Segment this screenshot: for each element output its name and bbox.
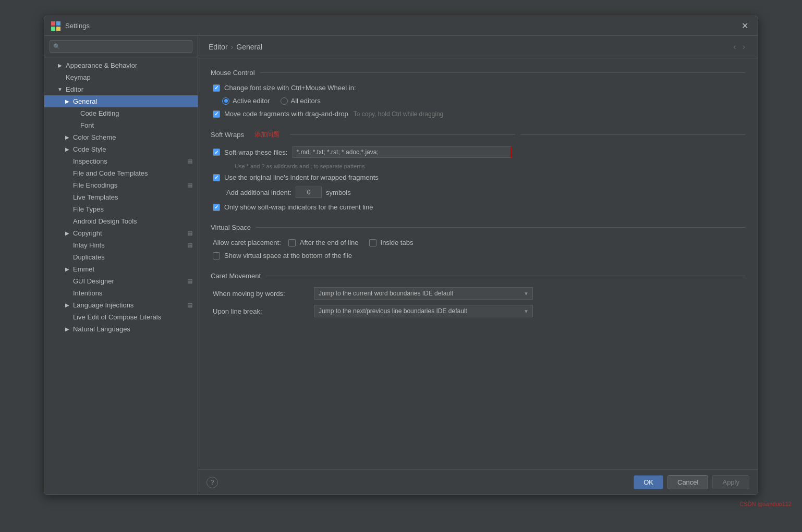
show-virtual-row: Show virtual space at the bottom of the … <box>211 252 745 259</box>
change-font-row: Change font size with Ctrl+Mouse Wheel i… <box>211 84 745 92</box>
sidebar-label: Emmet <box>73 265 94 273</box>
close-button[interactable]: ✕ <box>738 20 751 32</box>
move-code-checkbox[interactable] <box>213 110 220 118</box>
red-badge: 添加问题 <box>254 130 280 139</box>
indent-input-wrap <box>296 187 322 198</box>
footer-bar: ? OK Cancel Apply <box>198 469 758 494</box>
change-font-checkbox[interactable] <box>213 84 220 92</box>
sidebar-item-gui-designer[interactable]: GUI Designer ▤ <box>44 275 198 287</box>
svg-rect-0 <box>51 21 55 26</box>
radio-active-label: Active editor <box>233 97 270 105</box>
footer-right: OK Cancel Apply <box>634 475 749 489</box>
sidebar-item-language-injections[interactable]: ▶ Language Injections ▤ <box>44 299 198 311</box>
sidebar-item-live-edit[interactable]: Live Edit of Compose Literals <box>44 311 198 323</box>
sidebar-item-intentions[interactable]: Intentions <box>44 287 198 299</box>
sidebar-label: Intentions <box>73 289 102 297</box>
sidebar-item-code-editing[interactable]: Code Editing <box>44 107 198 119</box>
sidebar-item-copyright[interactable]: ▶ Copyright ▤ <box>44 227 198 239</box>
sidebar-label: Copyright <box>73 229 102 237</box>
radio-all-editors[interactable]: All editors <box>281 97 321 105</box>
settings-icon: ▤ <box>187 230 192 237</box>
radio-all-icon <box>281 97 288 105</box>
soft-wraps-section: Soft Wraps添加问题 Soft-wrap these files: Us… <box>211 130 745 211</box>
sidebar-label: File Encodings <box>73 181 117 189</box>
sidebar-item-editor[interactable]: ▼ Editor <box>44 83 198 95</box>
watermark: CSDN @sanduo112 <box>739 501 792 507</box>
inside-tabs-checkbox[interactable] <box>369 239 376 246</box>
sidebar-label: Android Design Tools <box>73 217 137 225</box>
sidebar-item-duplicates[interactable]: Duplicates <box>44 251 198 263</box>
upon-line-select-wrapper: Jump to the next/previous line boundarie… <box>314 305 533 317</box>
forward-arrow[interactable]: › <box>740 41 747 53</box>
sidebar-label: Inlay Hints <box>73 241 105 249</box>
footer-left: ? <box>206 477 218 488</box>
apply-button[interactable]: Apply <box>712 475 749 489</box>
soft-wrap-row: Soft-wrap these files: <box>211 146 745 158</box>
search-input[interactable] <box>50 40 192 53</box>
show-virtual-label: Show virtual space at the bottom of the … <box>224 252 352 259</box>
indent-input[interactable] <box>296 187 322 198</box>
show-virtual-checkbox[interactable] <box>213 252 220 259</box>
sidebar-item-color-scheme[interactable]: ▶ Color Scheme <box>44 131 198 143</box>
when-moving-select[interactable]: Jump to the current word boundaries IDE … <box>314 287 533 300</box>
sidebar-label: Inspections <box>73 157 107 165</box>
sidebar-item-live-templates[interactable]: Live Templates <box>44 191 198 203</box>
search-box <box>44 36 198 57</box>
settings-icon: ▤ <box>187 158 192 165</box>
sidebar-item-general[interactable]: ▶ General <box>44 95 198 107</box>
mouse-control-title: Mouse Control <box>211 69 745 77</box>
virtual-space-title: Virtual Space <box>211 224 745 231</box>
sidebar-item-keymap[interactable]: Keymap <box>44 71 198 83</box>
soft-wrap-checkbox[interactable] <box>213 149 220 156</box>
use-indent-row: Use the original line's indent for wrapp… <box>211 174 745 181</box>
allow-caret-label: Allow caret placement: <box>213 239 281 246</box>
search-wrapper <box>50 40 192 53</box>
sidebar-item-inlay-hints[interactable]: Inlay Hints ▤ <box>44 239 198 251</box>
svg-rect-1 <box>56 21 60 26</box>
radio-active-editor[interactable]: Active editor <box>222 97 270 105</box>
ok-button[interactable]: OK <box>634 475 663 489</box>
sidebar-item-android-design[interactable]: Android Design Tools <box>44 215 198 227</box>
chevron-icon: ▶ <box>64 326 70 332</box>
nav-arrows: ‹ › <box>731 41 747 53</box>
chevron-icon: ▶ <box>64 98 70 104</box>
soft-wrap-hint: Use * and ? as wildcards and ; to separa… <box>235 163 745 169</box>
sidebar-label: Color Scheme <box>73 133 116 141</box>
help-button[interactable]: ? <box>206 477 218 488</box>
breadcrumb-parent: Editor <box>209 43 228 51</box>
use-indent-checkbox[interactable] <box>213 174 220 181</box>
soft-wrap-input[interactable] <box>293 146 512 158</box>
sidebar-label: Live Edit of Compose Literals <box>73 313 161 321</box>
sidebar-item-code-style[interactable]: ▶ Code Style <box>44 143 198 155</box>
settings-window: Settings ✕ ▶ Appearance & Behavior Keyma… <box>44 16 758 495</box>
after-end-checkbox[interactable] <box>288 239 296 246</box>
radio-group: Active editor All editors <box>222 97 745 105</box>
sidebar-item-natural-languages[interactable]: ▶ Natural Languages <box>44 323 198 335</box>
sidebar-item-emmet[interactable]: ▶ Emmet <box>44 263 198 275</box>
sidebar-item-file-templates[interactable]: File and Code Templates <box>44 167 198 179</box>
sidebar-item-file-encodings[interactable]: File Encodings ▤ <box>44 179 198 191</box>
chevron-icon: ▶ <box>64 134 70 140</box>
cancel-button[interactable]: Cancel <box>667 475 708 489</box>
sidebar-item-inspections[interactable]: Inspections ▤ <box>44 155 198 167</box>
sidebar-item-font[interactable]: Font <box>44 119 198 131</box>
caret-movement-title: Caret Movement <box>211 272 745 280</box>
chevron-icon: ▶ <box>64 230 70 236</box>
chevron-icon: ▼ <box>57 86 63 92</box>
upon-line-row: Upon line break: Jump to the next/previo… <box>211 305 745 317</box>
soft-wrap-input-wrapper <box>293 146 512 158</box>
sidebar-label: Keymap <box>66 73 91 81</box>
only-show-checkbox[interactable] <box>213 204 220 211</box>
upon-line-select[interactable]: Jump to the next/previous line boundarie… <box>314 305 533 317</box>
sidebar-item-file-types[interactable]: File Types <box>44 203 198 215</box>
titlebar: Settings ✕ <box>44 16 758 36</box>
svg-rect-3 <box>56 27 60 31</box>
back-arrow[interactable]: ‹ <box>731 41 738 53</box>
upon-line-label: Upon line break: <box>213 307 307 315</box>
sidebar-item-appearance[interactable]: ▶ Appearance & Behavior <box>44 59 198 71</box>
only-show-row: Only show soft-wrap indicators for the c… <box>211 203 745 211</box>
when-moving-label: When moving by words: <box>213 290 307 298</box>
radio-active-icon <box>222 97 229 105</box>
inside-tabs-label: Inside tabs <box>381 239 414 246</box>
only-show-label: Only show soft-wrap indicators for the c… <box>224 203 373 211</box>
